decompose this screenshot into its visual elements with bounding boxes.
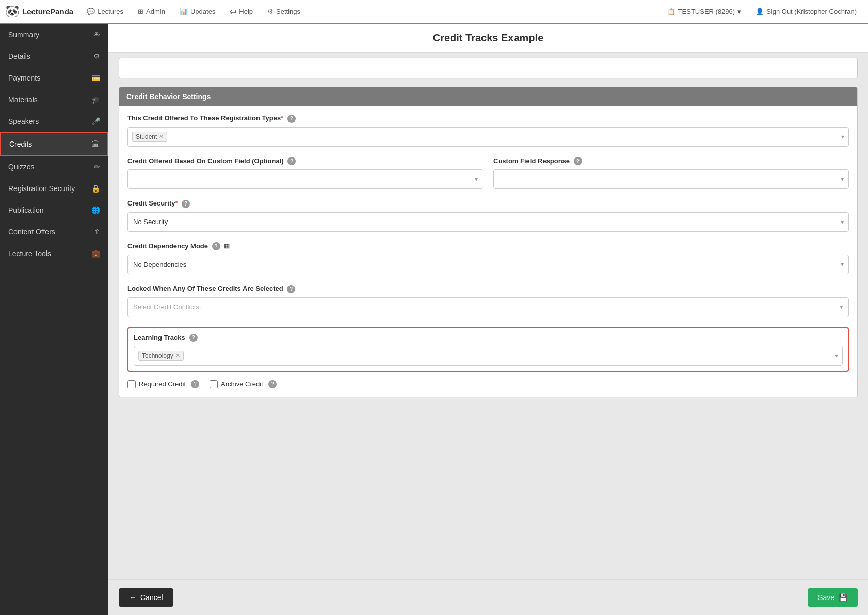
cancel-button[interactable]: ← Cancel bbox=[119, 588, 173, 607]
credit-dependency-group: Credit Dependency Mode ? ⊞ No Dependenci… bbox=[127, 242, 849, 275]
sidebar-item-speakers[interactable]: Speakers 🎤 bbox=[0, 111, 108, 132]
locked-when-arrow: ▾ bbox=[840, 303, 843, 311]
credit-dependency-select[interactable]: No Dependencies bbox=[127, 255, 849, 274]
brand-name: LecturePanda bbox=[22, 7, 73, 16]
nav-updates[interactable]: 📊 Updates bbox=[173, 5, 221, 19]
credit-dependency-select-wrapper: No Dependencies ▾ bbox=[127, 255, 849, 274]
gear-icon: ⚙ bbox=[93, 52, 100, 60]
credit-security-select-wrapper: No Security ▾ bbox=[127, 212, 849, 232]
custom-field-select[interactable] bbox=[127, 169, 483, 189]
updates-icon: 📊 bbox=[180, 8, 188, 15]
person-icon: 👤 bbox=[756, 8, 764, 15]
custom-field-response-help-icon[interactable]: ? bbox=[574, 157, 582, 165]
help-icon: 🏷 bbox=[230, 8, 236, 15]
materials-icon: 🎓 bbox=[91, 96, 100, 104]
save-icon: 💾 bbox=[839, 593, 847, 602]
credit-security-select[interactable]: No Security bbox=[127, 212, 849, 232]
registration-types-group: This Credit Offered To These Registratio… bbox=[127, 114, 849, 147]
custom-field-label: Credit Offered Based On Custom Field (Op… bbox=[127, 157, 483, 166]
nav-help[interactable]: 🏷 Help bbox=[223, 5, 259, 19]
student-tag-remove[interactable]: ✕ bbox=[159, 133, 164, 140]
technology-tag-remove[interactable]: ✕ bbox=[175, 352, 180, 359]
custom-field-response-select-wrapper: ▾ bbox=[493, 169, 849, 189]
sidebar-item-lecture-tools[interactable]: Lecture Tools 💼 bbox=[0, 243, 108, 264]
archive-credit-help-icon[interactable]: ? bbox=[268, 380, 277, 388]
locked-when-credits-group: Locked When Any Of These Credits Are Sel… bbox=[127, 285, 849, 317]
mic-icon: 🎤 bbox=[91, 117, 100, 125]
checkbox-row: Required Credit ? Archive Credit ? bbox=[127, 380, 849, 388]
credit-dependency-help-icon[interactable]: ? bbox=[212, 242, 220, 250]
custom-field-row: Credit Offered Based On Custom Field (Op… bbox=[127, 157, 849, 200]
archive-credit-item: Archive Credit ? bbox=[210, 380, 277, 388]
nav-admin[interactable]: ⊞ Admin bbox=[132, 5, 171, 19]
sidebar-item-quizzes[interactable]: Quizzes ✏ bbox=[0, 156, 108, 178]
required-credit-item: Required Credit ? bbox=[127, 380, 199, 388]
learning-tracks-dropdown-arrow: ▾ bbox=[835, 352, 838, 359]
dependency-grid-icon: ⊞ bbox=[224, 242, 230, 250]
form-container: Credit Behavior Settings This Credit Off… bbox=[108, 53, 868, 579]
registration-types-help-icon[interactable]: ? bbox=[287, 115, 296, 123]
nav-signout[interactable]: 👤 Sign Out (Kristopher Cochran) bbox=[749, 5, 863, 19]
credit-security-help-icon[interactable]: ? bbox=[182, 200, 190, 208]
credit-dependency-label: Credit Dependency Mode ? ⊞ bbox=[127, 242, 849, 251]
eye-icon: 👁 bbox=[93, 30, 100, 39]
custom-field-response-select[interactable] bbox=[493, 169, 849, 189]
sidebar: Summary 👁 Details ⚙ Payments 💳 Materials… bbox=[0, 24, 108, 615]
locked-when-credits-input[interactable]: Select Credit Conflicts.. ▾ bbox=[127, 297, 849, 317]
nav-settings[interactable]: ⚙ Settings bbox=[261, 5, 307, 19]
custom-field-help-icon[interactable]: ? bbox=[287, 157, 296, 165]
nav-testuser[interactable]: 📋 TESTUSER (8296) ▾ bbox=[661, 5, 748, 19]
bottom-bar: ← Cancel Save 💾 bbox=[108, 579, 868, 615]
registration-types-dropdown-arrow: ▾ bbox=[841, 133, 844, 140]
briefcase-icon: 💼 bbox=[91, 249, 100, 258]
required-credit-checkbox[interactable] bbox=[127, 380, 136, 388]
share-icon: ⇧ bbox=[94, 228, 100, 236]
sidebar-item-credits[interactable]: Credits 🏛 bbox=[0, 132, 108, 156]
credit-security-group: Credit Security* ? No Security ▾ bbox=[127, 199, 849, 232]
sidebar-item-publication[interactable]: Publication 🌐 bbox=[0, 199, 108, 221]
technology-tag: Technology ✕ bbox=[138, 351, 184, 361]
save-button[interactable]: Save 💾 bbox=[808, 588, 858, 607]
credit-security-label: Credit Security* ? bbox=[127, 199, 849, 208]
locked-when-help-icon[interactable]: ? bbox=[287, 285, 295, 293]
back-arrow-icon: ← bbox=[129, 593, 136, 602]
lectures-icon: 💬 bbox=[87, 8, 95, 15]
custom-field-group: Credit Offered Based On Custom Field (Op… bbox=[127, 157, 483, 190]
top-navigation: 🐼 LecturePanda 💬 Lectures ⊞ Admin 📊 Upda… bbox=[0, 0, 868, 24]
sidebar-item-materials[interactable]: Materials 🎓 bbox=[0, 89, 108, 111]
required-credit-help-icon[interactable]: ? bbox=[191, 380, 199, 388]
globe-icon: 🌐 bbox=[91, 206, 100, 214]
chevron-down-icon: ▾ bbox=[737, 8, 741, 15]
settings-icon: ⚙ bbox=[267, 8, 274, 15]
sidebar-item-content-offers[interactable]: Content Offers ⇧ bbox=[0, 221, 108, 243]
user-icon: 📋 bbox=[667, 8, 676, 15]
sidebar-item-registration-security[interactable]: Registration Security 🔒 bbox=[0, 178, 108, 199]
registration-types-label: This Credit Offered To These Registratio… bbox=[127, 114, 849, 123]
payments-icon: 💳 bbox=[91, 74, 100, 82]
custom-field-response-label: Custom Field Response ? bbox=[493, 157, 849, 166]
credit-behavior-section: Credit Behavior Settings This Credit Off… bbox=[119, 87, 858, 397]
nav-lectures[interactable]: 💬 Lectures bbox=[81, 5, 130, 19]
brand-logo[interactable]: 🐼 LecturePanda bbox=[5, 5, 73, 18]
learning-tracks-section: Learning Tracks ? Technology ✕ ▾ bbox=[127, 327, 849, 372]
admin-icon: ⊞ bbox=[138, 8, 143, 15]
locked-when-credits-label: Locked When Any Of These Credits Are Sel… bbox=[127, 285, 849, 293]
student-tag: Student ✕ bbox=[132, 132, 167, 142]
registration-types-input[interactable]: Student ✕ ▾ bbox=[127, 127, 849, 147]
learning-tracks-input[interactable]: Technology ✕ ▾ bbox=[134, 346, 843, 366]
credits-icon: 🏛 bbox=[92, 140, 99, 148]
custom-field-response-group: Custom Field Response ? ▾ bbox=[493, 157, 849, 190]
learning-tracks-label: Learning Tracks ? bbox=[134, 334, 843, 342]
truncated-top-field bbox=[119, 58, 858, 78]
sidebar-item-summary[interactable]: Summary 👁 bbox=[0, 24, 108, 45]
page-title: Credit Tracks Example bbox=[108, 24, 868, 53]
learning-tracks-help-icon[interactable]: ? bbox=[189, 334, 198, 342]
panda-icon: 🐼 bbox=[5, 5, 19, 18]
lock-icon: 🔒 bbox=[91, 184, 100, 193]
pencil-icon: ✏ bbox=[94, 163, 100, 171]
section-header: Credit Behavior Settings bbox=[119, 87, 857, 106]
content-area: Credit Tracks Example Credit Behavior Se… bbox=[108, 24, 868, 615]
archive-credit-checkbox[interactable] bbox=[210, 380, 218, 388]
sidebar-item-payments[interactable]: Payments 💳 bbox=[0, 67, 108, 89]
sidebar-item-details[interactable]: Details ⚙ bbox=[0, 45, 108, 67]
